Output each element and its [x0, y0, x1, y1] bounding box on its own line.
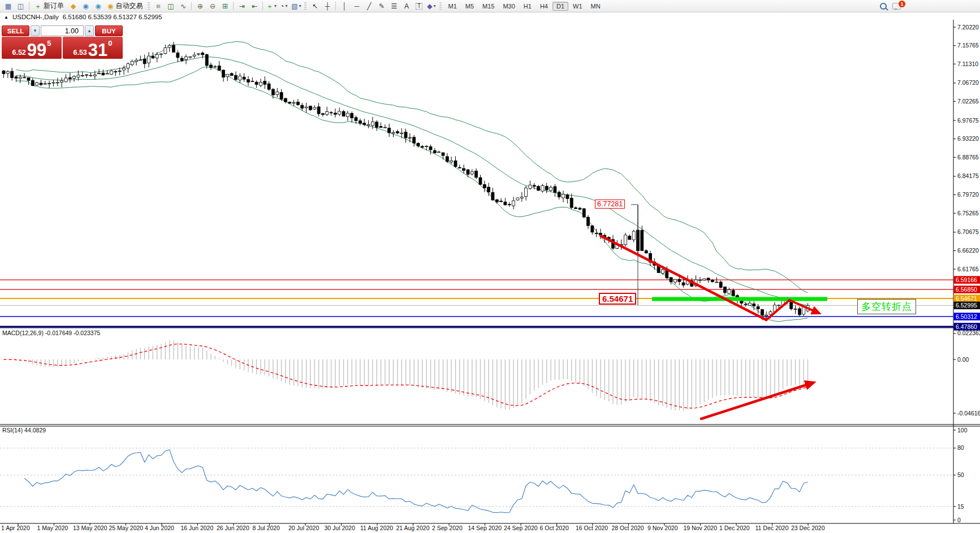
candle-body: [367, 124, 370, 125]
deposit-icon[interactable]: ◆: [67, 1, 79, 11]
candle-body: [156, 54, 158, 58]
templates-button-glyph: ▧: [291, 3, 297, 10]
templates-button[interactable]: ▧▾: [290, 1, 302, 11]
collapse-icon[interactable]: ▲: [4, 15, 8, 20]
bar-chart-icon[interactable]: ≡: [152, 1, 164, 11]
candle-body: [438, 152, 441, 153]
rsi-value: 44.0829: [24, 427, 46, 434]
candle-body: [562, 194, 565, 198]
fibonacci-icon[interactable]: ☰: [388, 1, 400, 11]
price-tick: 6.70675: [957, 228, 979, 235]
candle-body: [670, 278, 672, 282]
candle-body: [160, 54, 163, 54]
indicators-button[interactable]: ＋▾: [265, 1, 277, 11]
macd-tick: -0.046165: [957, 410, 980, 417]
axes: 7.202207.157657.113107.067207.022656.976…: [0, 20, 980, 531]
trendline-icon[interactable]: ╱: [363, 1, 375, 11]
timeframe-m1[interactable]: M1: [444, 2, 460, 11]
horizontal-line-icon[interactable]: ─: [351, 1, 362, 11]
candle-body: [98, 73, 101, 74]
candle-body: [417, 143, 420, 146]
timeframe-mn[interactable]: MN: [587, 2, 605, 11]
chart-window-icon[interactable]: ▦: [2, 1, 14, 11]
candle-body: [396, 132, 399, 133]
vertical-line-icon-glyph: │: [342, 3, 347, 10]
notifications-icon[interactable]: 1: [891, 1, 903, 11]
text-label-icon[interactable]: T: [413, 1, 425, 11]
volume-increase-button[interactable]: ▴: [85, 25, 94, 36]
candle-body: [239, 76, 241, 80]
timeframe-h1[interactable]: H1: [520, 2, 536, 11]
date-label: 24 Sep 2020: [504, 525, 538, 531]
macd-tick: 0.00: [957, 356, 969, 363]
price-tick: 6.88765: [957, 154, 979, 161]
tile-windows-icon[interactable]: ⊞: [219, 1, 231, 11]
candle-body: [429, 146, 432, 150]
new-order-button[interactable]: ＋新订单: [32, 1, 67, 11]
price-chart[interactable]: 7.202207.157657.113107.067207.022656.976…: [0, 0, 980, 533]
vertical-line-icon[interactable]: │: [338, 1, 350, 11]
sell-price-big: 99: [27, 43, 46, 57]
profiles-icon[interactable]: ◫: [15, 1, 27, 11]
community-icon-glyph: ◉: [83, 3, 88, 10]
candle-body: [582, 209, 585, 217]
timeframe-w1[interactable]: W1: [569, 2, 586, 11]
candle-body: [375, 122, 378, 128]
candle-body: [247, 80, 250, 83]
buy-price-box[interactable]: 6.53310: [63, 37, 123, 59]
autoscroll-icon[interactable]: ⇥: [236, 1, 248, 11]
rsi-tick: 15: [957, 503, 964, 510]
candle-body: [351, 114, 353, 118]
candlestick-chart-icon[interactable]: ◫: [165, 1, 176, 11]
timeframe-m5[interactable]: M5: [461, 2, 478, 11]
timeframe-h4[interactable]: H4: [536, 2, 552, 11]
candle-body: [56, 83, 59, 83]
candle-body: [491, 192, 494, 200]
support-price-tag[interactable]: 6.54671: [599, 293, 636, 305]
rsi-panel: [0, 448, 953, 513]
text-icon[interactable]: A: [400, 1, 412, 11]
zoom-out-icon[interactable]: ⊖: [206, 1, 218, 11]
candle-body: [454, 161, 457, 166]
symbol-title: USDCNH-,Daily: [12, 14, 59, 20]
channel-icon[interactable]: ✎: [375, 1, 387, 11]
high-price-tag[interactable]: 6.77281: [595, 200, 625, 209]
date-label: 8 Jul 2020: [253, 525, 280, 531]
shapes-button[interactable]: ◆▾: [425, 1, 437, 11]
candle-body: [118, 71, 121, 72]
volume-decrease-button[interactable]: ▾: [31, 25, 40, 36]
autoscroll-icon-glyph: ⇥: [239, 3, 245, 10]
chart-shift-icon[interactable]: ⇤: [248, 1, 260, 11]
candle-body: [251, 81, 254, 82]
candle-body: [533, 185, 536, 187]
candle-body: [442, 153, 444, 155]
timeframe-m15[interactable]: M15: [478, 2, 498, 11]
crosshair-icon[interactable]: ┼: [321, 1, 333, 11]
community-icon[interactable]: ◉: [80, 1, 92, 11]
candle-body: [193, 55, 196, 56]
cursor-icon[interactable]: ↖: [309, 1, 321, 11]
mt4-terminal-window: ▦◫＋新订单◆◉◉◉自动交易≡◫∿⊕⊖⊞⇥⇤＋▾◔▾▧▾↖┼│─╱✎☰AT◆▾M…: [0, 0, 980, 533]
sell-button[interactable]: SELL: [2, 25, 29, 36]
candle-body: [317, 107, 320, 114]
signals-icon[interactable]: ◉: [92, 1, 104, 11]
volume-input[interactable]: [41, 25, 84, 36]
candle-body: [52, 83, 55, 83]
candle-body: [44, 84, 46, 84]
candle-body: [400, 133, 403, 133]
timeframe-d1[interactable]: D1: [552, 2, 568, 11]
candle-body: [271, 89, 274, 95]
date-label: 1 Apr 2020: [1, 525, 30, 531]
analyst-note-box[interactable]: 多空转折点: [857, 299, 916, 314]
timeframe-m30[interactable]: M30: [499, 2, 519, 11]
autotrading-button[interactable]: ◉自动交易: [105, 1, 145, 11]
candle-body: [131, 62, 133, 65]
candle-body: [2, 71, 5, 73]
zoom-in-icon[interactable]: ⊕: [194, 1, 206, 11]
buy-button[interactable]: BUY: [95, 25, 123, 36]
search-icon[interactable]: [877, 1, 889, 11]
periods-button[interactable]: ◔▾: [278, 1, 290, 11]
sell-price-box[interactable]: 6.52995: [2, 37, 62, 59]
line-chart-icon[interactable]: ∿: [177, 1, 189, 11]
periods-button-glyph: ◔: [280, 3, 284, 10]
